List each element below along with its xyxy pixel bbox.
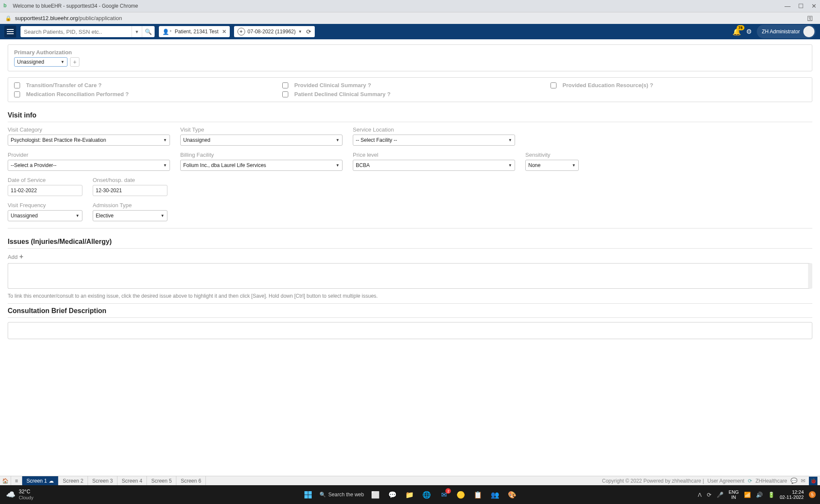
avatar	[803, 26, 814, 37]
visit-info-header: Visit info	[8, 108, 812, 122]
provider-select[interactable]: --Select a Provider--▼	[8, 160, 170, 171]
lock-icon[interactable]: 🔒	[5, 15, 12, 21]
app-topbar: ▼ 🔍 👤⁺ Patient, 21341 Test ✕ + 07-08-202…	[0, 24, 820, 39]
transition-label: Transition/Transfer of Care ?	[26, 82, 102, 88]
encounter-pill-label: 07-08-2022 (119962)	[248, 29, 296, 35]
education-checkbox[interactable]	[551, 82, 556, 88]
plus-circle-icon[interactable]: +	[237, 28, 245, 35]
patient-pill-label: Patient, 21341 Test	[175, 29, 219, 35]
onset-label: Onset/hosp. date	[93, 177, 167, 183]
minimize-icon[interactable]: —	[785, 3, 791, 9]
search-dropdown-button[interactable]: ▼	[132, 26, 142, 37]
maximize-icon[interactable]: ☐	[798, 3, 804, 9]
patient-pill[interactable]: 👤⁺ Patient, 21341 Test ✕	[159, 26, 230, 37]
admission-select[interactable]: Elective▼	[93, 210, 167, 221]
visit-category-select[interactable]: Psychologist: Best Practice Re-Evaluatio…	[8, 135, 170, 146]
visit-freq-label: Visit Frequency	[8, 202, 82, 208]
patient-search-input[interactable]	[20, 26, 132, 37]
sensitivity-select[interactable]: None▼	[525, 160, 579, 171]
education-label: Provided Education Resource(s) ?	[562, 82, 653, 88]
billing-facility-label: Billing Facility	[180, 152, 343, 158]
plus-icon: +	[19, 253, 23, 261]
issues-listbox[interactable]	[8, 263, 812, 289]
url-path: /public/application	[78, 15, 122, 21]
chevron-down-icon: ▼	[298, 29, 302, 34]
med-reconcile-checkbox[interactable]	[14, 91, 20, 97]
favicon: b	[3, 3, 10, 9]
username-label: ZH Administrator	[762, 29, 800, 35]
clinical-summary-checkbox[interactable]	[282, 82, 288, 88]
search-button[interactable]: 🔍	[142, 26, 155, 37]
url-host: supporttest12.blueehr.org	[15, 15, 78, 21]
add-auth-button[interactable]: +	[70, 57, 79, 67]
billing-facility-select[interactable]: Folium Inc., dba Laurel Life Services▼	[180, 160, 343, 171]
service-location-label: Service Location	[353, 126, 515, 133]
browser-titlebar: b Welcome to blueEHR - supporttest34 - G…	[0, 0, 820, 12]
visit-type-label: Visit Type	[180, 126, 343, 133]
encounter-pill[interactable]: + 07-08-2022 (119962) ▼ ⟳	[234, 26, 315, 37]
sensitivity-label: Sensitivity	[525, 152, 579, 158]
refresh-icon[interactable]: ⟳	[306, 28, 311, 35]
window-title: Welcome to blueEHR - supporttest34 - Goo…	[13, 3, 138, 9]
user-icon: 👤⁺	[162, 29, 172, 35]
date-of-service-input[interactable]	[8, 185, 82, 196]
notifications-button[interactable]: 🔔 78	[732, 28, 741, 36]
browser-addressbar: 🔒 supporttest12.blueehr.org/public/appli…	[0, 12, 820, 24]
settings-button[interactable]: ⚙	[746, 28, 752, 35]
clinical-checkboxes-section: Transition/Transfer of Care ? Provided C…	[8, 77, 812, 102]
provider-label: Provider	[8, 152, 170, 158]
price-level-select[interactable]: BCBA▼	[353, 160, 515, 171]
close-icon[interactable]: ✕	[811, 3, 817, 9]
date-of-service-label: Date of Service	[8, 177, 82, 183]
issues-hint: To link this encounter/consult to an exi…	[8, 289, 812, 304]
declined-label: Patient Declined Clinical Summary ?	[294, 91, 390, 97]
hamburger-menu[interactable]	[4, 26, 16, 38]
user-menu[interactable]: ZH Administrator	[757, 25, 816, 38]
notification-badge: 78	[737, 25, 744, 30]
browser-chrome: b Welcome to blueEHR - supporttest34 - G…	[0, 0, 820, 24]
declined-checkbox[interactable]	[282, 91, 288, 97]
admission-label: Admission Type	[93, 202, 167, 208]
onset-input[interactable]	[93, 185, 167, 196]
transition-checkbox[interactable]	[14, 82, 20, 88]
issues-header: Issues (Injuries/Medical/Allergy)	[8, 234, 812, 249]
visit-freq-select[interactable]: Unassigned▼	[8, 210, 82, 221]
service-location-select[interactable]: -- Select Facility --▼	[353, 135, 515, 146]
visit-category-label: Visit Category	[8, 126, 170, 133]
clinical-summary-label: Provided Clinical Summary ?	[294, 82, 371, 88]
key-icon[interactable]: ⚿	[807, 15, 815, 22]
primary-auth-label: Primary Authorization	[14, 49, 806, 56]
main-content: Primary Authorization Unassigned▼ + Tran…	[0, 39, 820, 339]
add-issue-button[interactable]: Add+	[8, 253, 23, 261]
price-level-label: Price level	[353, 152, 515, 158]
consult-header: Consultation Brief Description	[8, 304, 812, 318]
primary-auth-select[interactable]: Unassigned▼	[14, 57, 67, 67]
med-reconcile-label: Medication Reconciliation Performed ?	[26, 91, 129, 97]
close-patient-icon[interactable]: ✕	[222, 29, 226, 35]
consult-description-input[interactable]	[8, 322, 812, 339]
visit-type-select[interactable]: Unassigned▼	[180, 135, 343, 146]
primary-auth-section: Primary Authorization Unassigned▼ +	[8, 44, 812, 71]
